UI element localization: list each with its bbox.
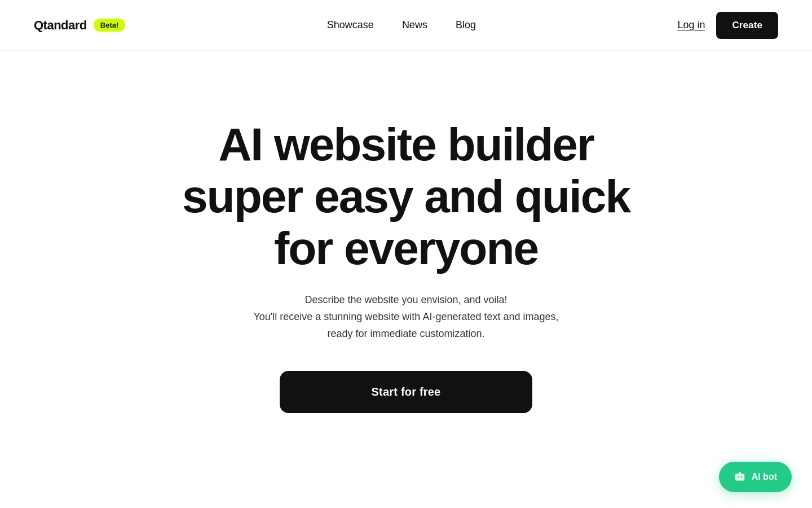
hero-subtitle-line1: Describe the website you envision, and v… <box>304 294 507 305</box>
hero-title-line2: super easy and quick for everyone <box>182 170 630 274</box>
navbar: Qtandard Beta! Showcase News Blog Log in… <box>0 0 812 51</box>
login-button[interactable]: Log in <box>677 19 705 31</box>
svg-point-4 <box>739 472 740 473</box>
nav-link-news[interactable]: News <box>402 19 427 31</box>
nav-link-blog[interactable]: Blog <box>456 19 476 31</box>
nav-right: Log in Create <box>677 12 778 39</box>
svg-rect-0 <box>735 474 744 481</box>
svg-point-1 <box>738 476 739 478</box>
start-free-button[interactable]: Start for free <box>280 371 532 413</box>
ai-bot-bubble[interactable]: AI bot <box>719 462 792 492</box>
brand-logo[interactable]: Qtandard <box>34 18 87 33</box>
beta-badge: Beta! <box>94 19 126 32</box>
nav-link-showcase[interactable]: Showcase <box>327 19 374 31</box>
ai-bot-icon <box>734 471 746 483</box>
nav-left: Qtandard Beta! <box>34 18 125 33</box>
ai-bot-label: AI bot <box>752 472 777 482</box>
hero-subtitle: Describe the website you envision, and v… <box>253 292 558 342</box>
svg-point-2 <box>740 476 742 478</box>
hero-title: AI website builder super easy and quick … <box>152 119 660 274</box>
nav-center: Showcase News Blog <box>327 19 476 31</box>
hero-subtitle-line3: ready for immediate customization. <box>327 328 484 339</box>
hero-title-line1: AI website builder <box>218 119 594 170</box>
create-button[interactable]: Create <box>716 12 778 39</box>
hero-subtitle-line2: You'll receive a stunning website with A… <box>253 311 558 322</box>
hero-section: AI website builder super easy and quick … <box>0 51 812 413</box>
